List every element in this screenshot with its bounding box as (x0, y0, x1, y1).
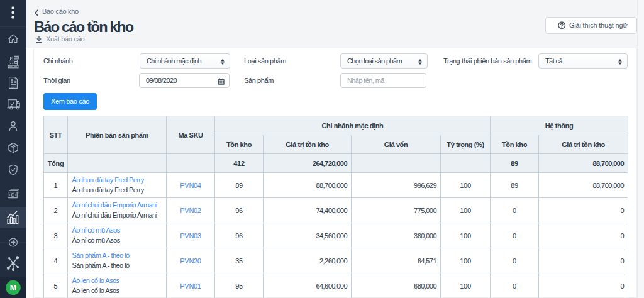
svg-text:M: M (10, 284, 16, 292)
